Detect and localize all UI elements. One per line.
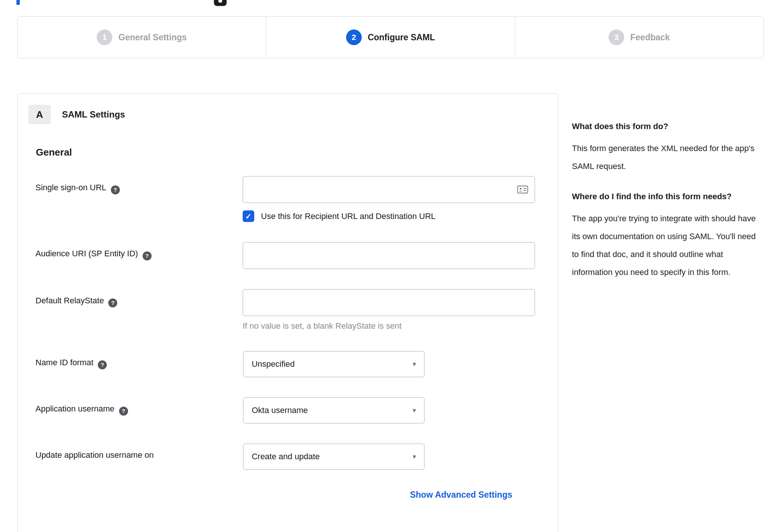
relay-state-label: Default RelayState? [35,289,243,331]
recipient-destination-checkbox-label: Use this for Recipient URL and Destinati… [261,212,436,221]
application-username-select[interactable]: Okta username ▾ [243,397,424,423]
clipped-title-fragment-dark [214,0,227,6]
help-question-1: What does this form do? [572,122,759,131]
section-a-badge: A [28,105,51,124]
application-username-control: Okta username ▾ [243,397,535,423]
step-general-settings[interactable]: 1 General Settings [18,17,266,58]
selected-value: Create and update [252,452,320,461]
step-label: Feedback [630,32,670,43]
sso-url-input[interactable] [243,176,535,203]
update-username-control: Create and update ▾ [243,444,535,470]
application-username-row: Application username? Okta username ▾ [35,397,535,423]
relay-state-control: If no value is set, a blank RelayState i… [243,289,535,331]
contact-card-icon [517,184,528,195]
help-icon[interactable]: ? [111,185,120,194]
audience-uri-row: Audience URI (SP Entity ID)? [35,242,535,269]
advanced-settings-row: Show Advanced Settings [35,490,535,500]
saml-settings-panel: A SAML Settings General Single sign-on U… [17,93,558,532]
help-answer-2: The app you're trying to integrate with … [572,210,759,281]
recipient-destination-checkbox-row: ✓ Use this for Recipient URL and Destina… [243,210,535,222]
audience-uri-input[interactable] [243,242,535,269]
step-number-badge: 2 [346,29,362,45]
help-icon[interactable]: ? [143,251,152,260]
relay-state-helper-text: If no value is set, a blank RelayState i… [243,321,535,331]
panel-header: A SAML Settings [18,94,558,124]
update-username-row: Update application username on Create an… [35,444,535,470]
general-section-title: General [36,147,558,158]
saml-form: Single sign-on URL? ✓ [18,158,558,500]
relay-state-input[interactable] [243,289,535,316]
update-username-label: Update application username on [35,444,243,470]
name-id-format-label: Name ID format? [35,351,243,377]
help-answer-1: This form generates the XML needed for t… [572,140,759,175]
sso-url-row: Single sign-on URL? ✓ [35,176,535,222]
step-number-badge: 3 [609,29,624,45]
relay-state-row: Default RelayState? If no value is set, … [35,289,535,331]
step-feedback[interactable]: 3 Feedback [515,17,763,58]
show-advanced-settings-link[interactable]: Show Advanced Settings [410,490,512,500]
clipped-title-fragment-blue [16,0,20,5]
audience-uri-label: Audience URI (SP Entity ID)? [35,242,243,269]
help-icon[interactable]: ? [108,298,117,307]
wizard-stepper: 1 General Settings 2 Configure SAML 3 Fe… [17,16,764,58]
name-id-format-select[interactable]: Unspecified ▾ [243,351,424,377]
check-icon: ✓ [245,212,252,221]
step-configure-saml[interactable]: 2 Configure SAML [266,17,514,58]
sso-url-control: ✓ Use this for Recipient URL and Destina… [243,176,535,222]
help-question-2: Where do I find the info this form needs… [572,192,759,201]
update-username-select[interactable]: Create and update ▾ [243,444,424,470]
selected-value: Okta username [252,406,308,415]
recipient-destination-checkbox[interactable]: ✓ [243,210,254,222]
sso-url-label: Single sign-on URL? [35,176,243,222]
help-icon[interactable]: ? [119,407,128,416]
panel-title: SAML Settings [62,109,125,120]
audience-uri-control [243,242,535,269]
help-icon[interactable]: ? [98,360,107,369]
chevron-down-icon: ▾ [413,360,416,368]
name-id-format-row: Name ID format? Unspecified ▾ [35,351,535,377]
selected-value: Unspecified [252,359,295,369]
help-sidebar: What does this form do? This form genera… [572,122,759,298]
step-label: Configure SAML [368,32,435,43]
chevron-down-icon: ▾ [413,453,416,461]
step-label: General Settings [118,32,187,43]
chevron-down-icon: ▾ [413,406,416,414]
name-id-format-control: Unspecified ▾ [243,351,535,377]
step-number-badge: 1 [97,29,112,45]
application-username-label: Application username? [35,397,243,423]
